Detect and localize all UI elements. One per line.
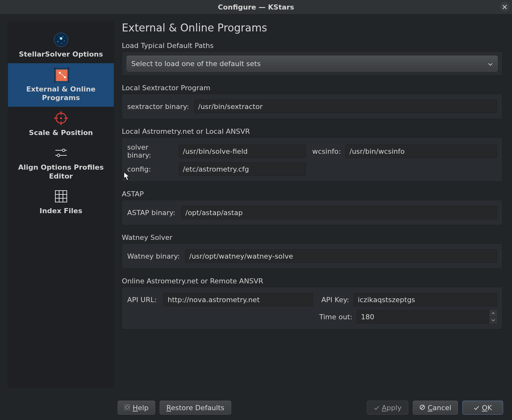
external-programs-icon — [53, 66, 69, 83]
sidebar-item-external-online-programs[interactable]: External & Online Programs — [8, 63, 114, 107]
sidebar-item-label: Align Options Profiles Editor — [10, 163, 112, 180]
restore-defaults-button[interactable]: Restore Defaults — [160, 401, 231, 415]
page-title: External & Online Programs — [122, 22, 502, 34]
label-api-url: API URL: — [127, 296, 159, 304]
svg-point-5 — [63, 36, 63, 37]
sidebar-item-index-files[interactable]: Index Files — [8, 185, 114, 220]
settings-sidebar: StellarSolver Options External & Online … — [8, 22, 114, 388]
button-label: Restore Defaults — [166, 404, 224, 412]
button-label: Cancel — [428, 404, 452, 412]
apply-button[interactable]: Apply — [367, 401, 408, 415]
svg-point-23 — [62, 149, 65, 152]
svg-point-3 — [57, 41, 58, 42]
sidebar-item-stellarsolver-options[interactable]: StellarSolver Options — [8, 28, 114, 63]
label-wcsinfo: wcsinfo: — [310, 147, 341, 155]
help-button[interactable]: Help — [118, 401, 155, 415]
label-astap-binary: ASTAP binary: — [127, 209, 177, 217]
input-sextractor-binary[interactable] — [194, 100, 497, 113]
label-timeout: Time out: — [317, 313, 352, 321]
group-astap: ASTAP binary: — [122, 200, 502, 225]
label-config: config: — [127, 165, 174, 173]
main-panel: External & Online Programs Load Typical … — [114, 14, 512, 395]
default-paths-dropdown[interactable]: Select to load one of the default sets — [127, 56, 498, 71]
timeout-spinner[interactable] — [489, 310, 497, 323]
group-sextractor: sextractor binary: — [122, 94, 502, 119]
window-close-button[interactable] — [500, 2, 509, 11]
spin-down-icon[interactable] — [489, 317, 497, 324]
section-sextractor: Local Sextractor Program — [122, 84, 502, 92]
button-label: Help — [133, 404, 149, 412]
grid-icon — [53, 188, 69, 205]
svg-rect-26 — [55, 191, 67, 202]
svg-line-34 — [421, 406, 424, 409]
label-sextractor-binary: sextractor binary: — [127, 103, 190, 111]
sidebar-item-scale-position[interactable]: Scale & Position — [8, 107, 114, 142]
dropdown-value: Select to load one of the default sets — [131, 60, 261, 68]
sliders-icon — [53, 145, 69, 161]
stellarsolver-icon — [53, 31, 69, 48]
svg-rect-8 — [56, 70, 67, 81]
section-online-astrometry: Online Astrometry.net or Remote ANSVR — [122, 277, 502, 285]
configure-dialog: Configure — KStars — [0, 0, 512, 420]
window-title: Configure — KStars — [218, 3, 294, 11]
svg-point-6 — [59, 36, 59, 37]
svg-point-2 — [60, 37, 62, 40]
input-solver-binary[interactable] — [179, 145, 306, 158]
svg-point-12 — [54, 68, 55, 69]
svg-point-32 — [126, 406, 129, 409]
sidebar-item-label: Index Files — [39, 207, 82, 215]
check-icon — [474, 404, 479, 412]
svg-rect-31 — [125, 405, 130, 410]
sidebar-item-align-options-profiles-editor[interactable]: Align Options Profiles Editor — [8, 141, 114, 185]
check-icon — [374, 404, 379, 412]
spin-up-icon[interactable] — [489, 310, 497, 317]
sidebar-item-label: StellarSolver Options — [19, 50, 103, 59]
svg-point-13 — [68, 68, 69, 69]
svg-point-7 — [61, 43, 62, 44]
cancel-icon — [419, 404, 425, 412]
label-watney-binary: Watney binary: — [127, 252, 181, 260]
input-timeout[interactable] — [357, 310, 497, 323]
svg-point-4 — [64, 41, 65, 41]
svg-point-21 — [60, 117, 62, 119]
label-solver-binary: solver binary: — [127, 143, 174, 159]
section-watney: Watney Solver — [122, 234, 502, 241]
help-icon — [124, 404, 130, 412]
input-astap-binary[interactable] — [181, 206, 497, 219]
chevron-down-icon — [488, 60, 493, 68]
group-load-defaults: Select to load one of the default sets — [122, 51, 502, 76]
input-api-key[interactable] — [354, 293, 497, 306]
svg-point-25 — [57, 154, 60, 157]
label-api-key: API Key: — [317, 296, 349, 304]
group-watney: Watney binary: — [122, 243, 502, 269]
section-local-astrometry: Local Astrometry.net or Local ANSVR — [122, 127, 502, 135]
dialog-button-bar: Help Restore Defaults Apply Cancel OK — [0, 395, 512, 420]
svg-point-15 — [68, 82, 69, 82]
cancel-button[interactable]: Cancel — [413, 401, 458, 415]
input-watney-binary[interactable] — [185, 249, 497, 263]
section-astap: ASTAP — [122, 190, 502, 198]
group-local-astrometry: solver binary: wcsinfo: config: — [122, 137, 502, 182]
close-icon — [502, 3, 507, 11]
button-label: OK — [482, 404, 492, 412]
svg-point-14 — [54, 82, 55, 82]
section-load-defaults: Load Typical Default Paths — [122, 42, 502, 50]
button-label: Apply — [382, 404, 402, 412]
input-api-url[interactable] — [163, 293, 313, 306]
input-wcsinfo[interactable] — [345, 145, 497, 158]
target-icon — [53, 110, 69, 126]
group-online-astrometry: API URL: API Key: Time out: — [122, 287, 502, 329]
input-config[interactable] — [179, 162, 306, 176]
sidebar-item-label: Scale & Position — [29, 128, 93, 137]
sidebar-item-label: External & Online Programs — [10, 85, 112, 102]
ok-button[interactable]: OK — [462, 401, 503, 415]
titlebar: Configure — KStars — [0, 0, 512, 14]
